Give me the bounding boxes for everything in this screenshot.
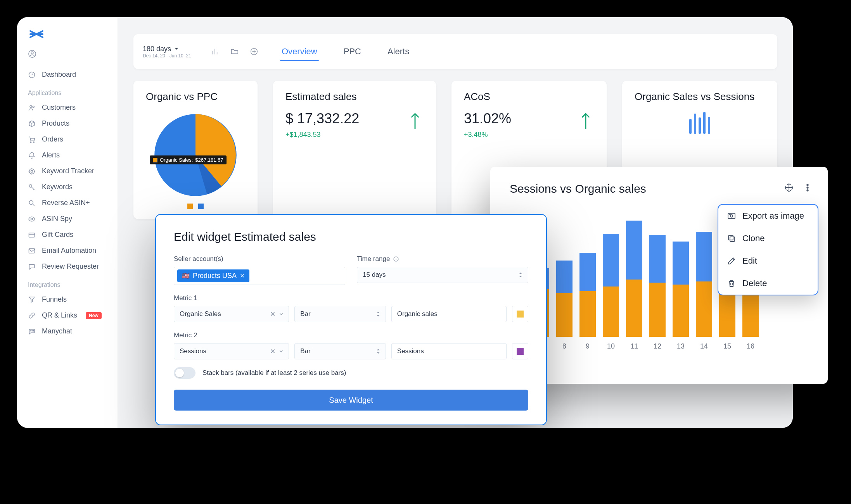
- stepper-icon: [376, 349, 380, 354]
- card-title: Organic vs PPC: [146, 91, 245, 103]
- sidebar-item-customers[interactable]: Customers: [17, 100, 118, 116]
- sidebar-item-email-automation[interactable]: Email Automation: [17, 243, 118, 259]
- stepper-icon: [376, 311, 380, 317]
- save-widget-button[interactable]: Save Widget: [174, 390, 528, 411]
- range-label: 180 days: [143, 45, 171, 53]
- tooltip-value: $267,181.67: [195, 157, 223, 163]
- card-estimated-sales: Estimated sales $ 17,332.22 +$1,843.53: [273, 81, 436, 219]
- select-value: 15 days: [363, 271, 386, 279]
- input-value: Sessions: [397, 347, 424, 355]
- svg-point-1: [31, 52, 33, 54]
- range-sublabel: Dec 14, 20 - Jun 10, 21: [143, 53, 201, 59]
- svg-point-10: [29, 200, 33, 204]
- chevron-down-icon: [174, 47, 179, 51]
- svg-point-15: [32, 330, 33, 331]
- metric2-type-select[interactable]: Bar: [294, 343, 386, 359]
- sidebar-item-label: Orders: [42, 135, 63, 143]
- sidebar-item-dashboard[interactable]: Dashboard: [17, 67, 118, 83]
- sidebar-item-orders[interactable]: Orders: [17, 131, 118, 147]
- folder-icon[interactable]: [230, 47, 240, 57]
- sidebar: Dashboard Applications Customers Product…: [17, 17, 118, 428]
- sidebar-item-funnels[interactable]: Funnels: [17, 292, 118, 307]
- tab-overview[interactable]: Overview: [280, 39, 319, 64]
- chevron-down-icon: [279, 311, 283, 317]
- svg-point-3: [30, 105, 32, 107]
- metric1-name-input[interactable]: Organic sales: [391, 306, 507, 322]
- seller-accounts-input[interactable]: 🇺🇸 Products USA ✕: [174, 267, 345, 285]
- time-range-select[interactable]: 15 days: [357, 267, 528, 283]
- svg-point-6: [33, 142, 35, 143]
- color-swatch-icon: [517, 311, 524, 318]
- svg-rect-25: [730, 237, 735, 242]
- metric2-name-input[interactable]: Sessions: [391, 343, 507, 359]
- stack-bars-label: Stack bars (available if at least 2 seri…: [202, 369, 346, 377]
- sidebar-item-reverse-asin[interactable]: Reverse ASIN+: [17, 195, 118, 211]
- svg-point-7: [29, 169, 34, 174]
- pie-legend: [146, 204, 245, 209]
- svg-point-11: [31, 218, 33, 220]
- card-title: ACoS: [464, 91, 594, 103]
- info-icon: [393, 256, 399, 262]
- chip-remove-icon[interactable]: ✕: [240, 272, 245, 280]
- metric1-color-picker[interactable]: [512, 306, 528, 322]
- metric1-type-select[interactable]: Bar: [294, 306, 386, 322]
- seller-label: Seller account(s): [174, 255, 345, 263]
- popup-title: Sessions vs Organic sales: [510, 182, 808, 195]
- sidebar-item-asin-spy[interactable]: ASIN Spy: [17, 211, 118, 227]
- add-icon[interactable]: [249, 47, 259, 57]
- sidebar-item-label: Products: [42, 119, 69, 128]
- clear-icon[interactable]: ✕: [270, 347, 275, 356]
- svg-point-19: [807, 184, 808, 186]
- sidebar-item-label: Keywords: [42, 183, 73, 191]
- sidebar-item-review-requester[interactable]: Review Requester: [17, 259, 118, 274]
- menu-edit[interactable]: Edit: [718, 250, 818, 272]
- context-menu: Export as image Clone Edit Delete: [718, 204, 818, 295]
- sidebar-item-label: QR & Links: [42, 311, 77, 319]
- clear-icon[interactable]: ✕: [270, 310, 275, 318]
- sidebar-item-label: ASIN Spy: [42, 215, 72, 223]
- svg-rect-22: [728, 213, 735, 219]
- menu-label: Edit: [742, 256, 757, 266]
- sidebar-section-applications: Applications: [17, 83, 118, 100]
- svg-rect-13: [29, 249, 35, 253]
- metric2-color-picker[interactable]: [512, 343, 528, 359]
- mini-bar-chart: [635, 110, 765, 134]
- sidebar-item-label: Reverse ASIN+: [42, 199, 90, 207]
- bar-chart-icon[interactable]: [210, 47, 220, 57]
- select-value: Bar: [300, 347, 310, 355]
- tab-ppc[interactable]: PPC: [342, 39, 363, 64]
- profile-icon[interactable]: [28, 50, 118, 60]
- sidebar-item-label: Review Requester: [42, 262, 99, 271]
- tabs: Overview PPC Alerts: [280, 39, 411, 64]
- sidebar-item-products[interactable]: Products: [17, 116, 118, 131]
- svg-point-24: [730, 214, 730, 215]
- sidebar-item-keywords[interactable]: Keywords: [17, 179, 118, 195]
- select-value: Sessions: [180, 347, 206, 355]
- chip-label: Products USA: [193, 272, 237, 280]
- edit-widget-modal: Edit widget Estimated sales Seller accou…: [155, 214, 547, 425]
- metric2-label: Metric 2: [174, 331, 528, 339]
- sidebar-item-keyword-tracker[interactable]: Keyword Tracker: [17, 163, 118, 179]
- sidebar-item-alerts[interactable]: Alerts: [17, 147, 118, 163]
- menu-delete[interactable]: Delete: [718, 272, 818, 295]
- sidebar-item-gift-cards[interactable]: Gift Cards: [17, 227, 118, 243]
- metric1-label: Metric 1: [174, 294, 528, 302]
- move-icon[interactable]: [784, 183, 794, 192]
- menu-export-image[interactable]: Export as image: [718, 205, 818, 227]
- select-value: Bar: [300, 310, 310, 318]
- date-range-picker[interactable]: 180 days Dec 14, 20 - Jun 10, 21: [143, 45, 201, 59]
- more-icon[interactable]: [803, 183, 812, 192]
- sidebar-section-integrations: Integrations: [17, 274, 118, 292]
- menu-clone[interactable]: Clone: [718, 227, 818, 250]
- tab-alerts[interactable]: Alerts: [386, 39, 411, 64]
- card-title: Estimated sales: [285, 91, 424, 103]
- sidebar-item-qr-links[interactable]: QR & LinksNew: [17, 307, 118, 323]
- stack-bars-toggle[interactable]: [174, 367, 195, 379]
- time-range-label: Time range: [357, 255, 528, 263]
- sidebar-item-manychat[interactable]: Manychat: [17, 323, 118, 339]
- legend-swatch: [198, 204, 204, 209]
- menu-label: Delete: [742, 278, 767, 288]
- seller-chip[interactable]: 🇺🇸 Products USA ✕: [177, 269, 249, 282]
- metric1-metric-select[interactable]: Organic Sales✕: [174, 306, 289, 322]
- metric2-metric-select[interactable]: Sessions✕: [174, 343, 289, 359]
